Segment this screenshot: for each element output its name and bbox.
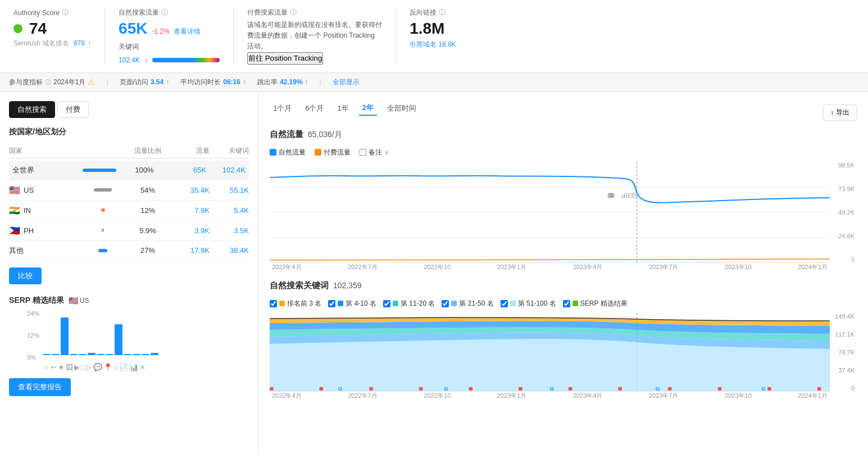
svg-rect-16 [668,387,672,391]
top-metrics-bar: Authority Score ⓘ 74 Semrush 域名排名 979 ↑ … [0,0,868,73]
kw-legend-4-10: 第 4-10 名 [328,299,376,308]
kw-filter-serp[interactable] [563,300,570,307]
country-name: 全世界 [12,165,77,175]
traffic-count: 65,036/月 [308,130,342,140]
legend-note: 备注 ∨ [360,148,389,157]
position-tracking-btn[interactable]: 前往 Position Tracking [247,52,323,65]
kw-legend-11-20: 第 11-20 名 [383,299,435,308]
serp-icons-row: ☆ ↩ ★ 🖼 ▶ □ ▷ 💬 📍 ⌂ 📄 📊 ✕ [43,363,249,371]
traffic-bar [102,229,104,232]
kw-value: 5.4K [210,206,249,215]
main-content: 自然搜索 付费 按国家/地区划分 国家 流量比例 流量 关键词 全世界 100%… [0,92,868,453]
country-row[interactable]: 🇺🇸 US 54% 35.4K 55.1K [9,180,249,201]
kw-value: 3.5K [210,226,249,235]
svg-text:SERP 精选结果: SERP 精选结果 [607,192,638,198]
compare-button[interactable]: 比较 [9,267,42,284]
kw-filter-51-100[interactable] [501,300,508,307]
col-kw: 关键词 [210,146,249,156]
country-name: 🇺🇸 US [9,185,80,196]
traffic-chart-title: 自然流量 [270,129,303,140]
tab-6month[interactable]: 6个月 [302,102,327,115]
country-row[interactable]: 其他 27% 17.9K 38.4K [9,241,249,261]
x-axis-kw: 2022年4月 2022年7月 2022年10 2023年1月 2023年4月 … [270,392,830,400]
organic-traffic-change: -1.2% 查看详情 [152,27,201,37]
paid-traffic-block: 付费搜索流量 ⓘ 该域名可能是新的或现在没有排名。要获得付费流量的数据，创建一个… [234,8,396,65]
country-table: 全世界 100% 65K 102.4K 🇺🇸 US 54% 35.4K 55.1… [9,161,249,261]
country-row[interactable]: 🇵🇭 PH 5.9% 3.9K 3.5K [9,221,249,241]
paid-notice-text: 该域名可能是新的或现在没有排名。要获得付费流量的数据，创建一个 Position… [247,20,382,52]
country-row[interactable]: 🇮🇳 IN 12% 7.9K 5.4K [9,201,249,221]
ref-domain-row: 引荐域名 18.8K [410,40,855,49]
authority-dot [13,24,22,33]
kw-value: 55.1K [210,186,249,194]
search-tabs: 自然搜索 付费 [9,101,249,118]
table-header: 国家 流量比例 流量 关键词 [9,144,249,158]
kw-bar-row: 关键词 [119,42,220,52]
serp-section: SERP 精选结果 🇺🇸 US 24% 12% 0% [9,296,249,371]
legend-organic: 自然流量 [270,148,306,157]
kw-filter-21-50[interactable] [442,300,449,307]
tab-2year[interactable]: 2年 [359,101,377,116]
kw-label: 关键词 [119,42,139,52]
legend-paid: 付费流量 [315,148,351,157]
tab-1month[interactable]: 1个月 [270,102,295,115]
col-country: 国家 [9,146,125,156]
organic-traffic-value: 65K [119,20,147,38]
full-report-btn[interactable]: 查看完整报告 [9,378,71,396]
ratio-value: 54% [125,186,170,194]
authority-value: 74 [29,20,47,38]
traffic-value: 65K [167,166,206,174]
tab-organic[interactable]: 自然搜索 [9,101,55,118]
info-icon-backlink: ⓘ [439,8,446,17]
traffic-chart-wrapper: 98.5K 73.9K 49.2K 24.6K 0 SERP 精选结果 [270,162,857,263]
country-section-title: 按国家/地区划分 [9,127,249,137]
y-axis-traffic: 98.5K 73.9K 49.2K 24.6K 0 [832,162,857,263]
kw-filter-top3[interactable] [270,300,277,307]
export-icon: ↑ [830,109,834,117]
kw-filter-4-10[interactable] [328,300,335,307]
kw-progress-bar [152,58,220,62]
traffic-legend: 自然流量 付费流量 备注 ∨ [270,148,857,157]
svg-rect-15 [618,387,622,391]
left-panel: 自然搜索 付费 按国家/地区划分 国家 流量比例 流量 关键词 全世界 100%… [0,92,258,453]
traffic-chart-section: 自然流量 65,036/月 自然流量 付费流量 备注 ∨ [270,129,857,271]
bounce-rate: 跳出率 42.19% ↑ [257,78,308,87]
x-axis-traffic: 2022年4月 2022年7月 2022年10 2023年1月 2023年4月 … [270,263,830,271]
kw-chart-section: 自然搜索关键词 102,359 排名前 3 名 第 4-10 名 第 1 [270,280,857,400]
svg-rect-10 [369,387,373,391]
engagement-label: 参与度指标 ⓘ 2024年1月 ⚠ [9,78,95,87]
kw-bar-row-2: 102.4K ↓ [119,56,220,64]
info-icon-eng: ⓘ [45,78,51,87]
col-traffic: 流量 [170,146,210,156]
view-detail-link[interactable]: 查看详情 [174,28,201,35]
info-icon-organic: ⓘ [161,8,168,17]
authority-score-block: Authority Score ⓘ 74 Semrush 域名排名 979 ↑ [0,8,105,65]
svg-text:G: G [338,385,343,391]
tab-paid[interactable]: 付费 [57,101,89,118]
svg-rect-14 [569,387,572,391]
tab-1year[interactable]: 1年 [334,102,352,115]
y-axis-kw: 149.4K 112.1K 74.7K 37.4K 0 [832,313,857,392]
kw-chart-wrapper: 149.4K 112.1K 74.7K 37.4K 0 [270,313,857,392]
traffic-bar [83,169,116,172]
country-name: 🇮🇳 IN [9,205,80,216]
kw-filter-11-20[interactable] [383,300,390,307]
traffic-bar [94,188,112,192]
serp-title-row: SERP 精选结果 🇺🇸 US [9,296,249,306]
show-all-link[interactable]: 全部显示 [333,78,360,87]
traffic-bar [98,249,107,252]
kw-legend-serp: SERP 精选结果 [563,299,628,308]
kw-legend-51-100: 第 51-100 名 [501,299,556,308]
svg-text:G: G [761,385,766,391]
serp-us-badge: 🇺🇸 US [69,296,89,305]
time-tabs: 1个月 6个月 1年 2年 全部时间 [270,101,420,116]
tab-all[interactable]: 全部时间 [384,102,420,115]
svg-rect-9 [320,387,324,391]
svg-rect-17 [718,387,722,391]
svg-rect-8 [270,387,274,391]
ratio-value: 12% [125,206,170,215]
avg-visit-duration: 平均访问时长 06:16 ↑ [180,78,246,87]
country-row[interactable]: 全世界 100% 65K 102.4K [9,161,249,180]
export-button[interactable]: ↑ 导出 [823,105,857,121]
svg-rect-18 [767,387,771,391]
